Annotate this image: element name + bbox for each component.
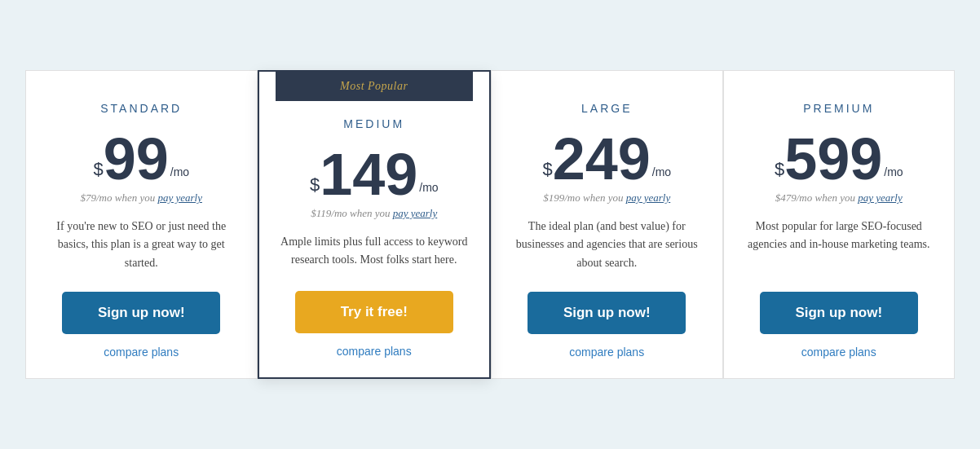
pay-yearly-link-premium[interactable]: pay yearly — [858, 191, 903, 204]
price-yearly-standard: $79/mo when you pay yearly — [81, 191, 202, 205]
pay-yearly-link-medium[interactable]: pay yearly — [393, 207, 438, 219]
signup-button-large[interactable]: Sign up now! — [528, 292, 686, 334]
compare-link-medium[interactable]: compare plans — [337, 345, 412, 358]
price-dollar-large: $ — [542, 161, 552, 178]
plan-description-medium: Ample limits plus full access to keyword… — [276, 233, 474, 271]
price-row-premium: $ 599 /mo — [775, 130, 903, 188]
plan-name-premium: PREMIUM — [803, 102, 874, 115]
pricing-container: STANDARD $ 99 /mo $79/mo when you pay ye… — [25, 70, 955, 379]
plan-card-medium: Most PopularMEDIUM $ 149 /mo $119/mo whe… — [258, 70, 492, 379]
plan-description-large: The ideal plan (and best value) for busi… — [508, 218, 706, 272]
price-amount-standard: 99 — [104, 130, 169, 188]
price-mo-large: /mo — [652, 165, 671, 178]
signup-button-premium[interactable]: Sign up now! — [760, 292, 918, 334]
plan-name-large: LARGE — [581, 102, 632, 115]
price-yearly-medium: $119/mo when you pay yearly — [311, 207, 437, 220]
price-amount-large: 249 — [553, 130, 651, 188]
compare-link-premium[interactable]: compare plans — [801, 346, 876, 359]
price-dollar-premium: $ — [775, 161, 784, 178]
price-yearly-large: $199/mo when you pay yearly — [543, 191, 670, 205]
plan-card-premium: PREMIUM $ 599 /mo $479/mo when you pay y… — [723, 70, 956, 379]
most-popular-banner: Most Popular — [276, 72, 474, 101]
plan-name-standard: STANDARD — [100, 102, 182, 115]
price-mo-medium: /mo — [419, 181, 438, 194]
compare-link-standard[interactable]: compare plans — [104, 346, 179, 359]
price-mo-premium: /mo — [884, 165, 903, 178]
compare-link-large[interactable]: compare plans — [569, 346, 644, 359]
plan-card-standard: STANDARD $ 99 /mo $79/mo when you pay ye… — [25, 70, 258, 379]
signup-button-standard[interactable]: Sign up now! — [62, 292, 220, 334]
price-amount-medium: 149 — [320, 145, 417, 204]
try-free-button-medium[interactable]: Try it free! — [295, 291, 453, 333]
plan-description-standard: If you're new to SEO or just need the ba… — [42, 218, 241, 272]
price-yearly-premium: $479/mo when you pay yearly — [775, 191, 903, 205]
price-row-standard: $ 99 /mo — [93, 130, 189, 188]
price-amount-premium: 599 — [784, 130, 882, 188]
plan-description-premium: Most popular for large SEO-focused agenc… — [740, 218, 938, 272]
price-row-large: $ 249 /mo — [542, 130, 671, 188]
price-dollar-medium: $ — [310, 176, 320, 194]
pay-yearly-link-standard[interactable]: pay yearly — [157, 191, 202, 204]
price-row-medium: $ 149 /mo — [310, 145, 439, 204]
plan-name-medium: MEDIUM — [343, 117, 404, 130]
price-dollar-standard: $ — [93, 161, 103, 178]
price-mo-standard: /mo — [170, 165, 189, 178]
pay-yearly-link-large[interactable]: pay yearly — [626, 191, 671, 204]
plan-card-large: LARGE $ 249 /mo $199/mo when you pay yea… — [491, 70, 723, 379]
